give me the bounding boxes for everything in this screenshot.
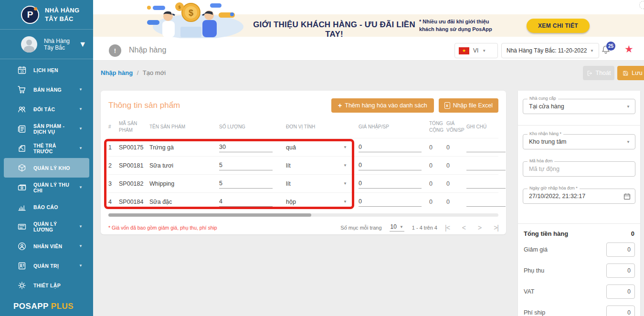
unit-select[interactable]: lít▼ [286,180,347,187]
exit-button[interactable]: Thoát [583,66,614,80]
note-input[interactable] [466,179,506,189]
invoice-code-field[interactable]: Mã hóa đơn Mã tự động [523,161,635,177]
price-input[interactable] [359,197,422,207]
warehouse-select[interactable]: Kho nhận hàng * Kho trung tâm ▼ [523,134,635,149]
breadcrumb-link-nhap-hang[interactable]: Nhập hàng [101,69,133,76]
sidebar-item-bao-cao[interactable]: BÁO CÁO [4,197,89,217]
unit-select[interactable]: lít▼ [286,162,347,169]
horizontal-scrollbar[interactable] [108,213,498,217]
exit-icon [587,70,593,76]
sidebar-item-doi-tac[interactable]: ĐỐI TÁC ▼ [4,99,89,119]
sidebar-item-quan-ly-luong[interactable]: QUẢN LÝ LƯƠNG ▼ [4,217,89,236]
notification-badge: 25 [606,42,615,51]
price-input[interactable] [359,179,422,189]
add-product-label: Thêm hàng hóa vào danh sách [345,102,427,109]
add-product-button[interactable]: + Thêm hàng hóa vào danh sách [331,98,434,113]
quantity-input[interactable] [219,143,273,152]
posapp-logo-icon: P [21,6,39,24]
first-page-button[interactable]: |< [445,224,450,232]
quantity-input[interactable] [219,179,273,189]
datetime-value: 27/10/2022, 21:32:17 [523,189,635,203]
sidebar-item-quan-ly-thu-chi[interactable]: QUẢN LÝ THU CHI ▼ [4,178,89,197]
surcharge-input[interactable] [606,263,635,278]
shipping-fee-input[interactable] [606,305,635,316]
row-index: 1 [108,138,119,157]
sidebar-item-ban-hang[interactable]: BÁN HÀNG ▼ [4,80,89,99]
cart-icon [17,85,27,95]
sidebar-item-quan-tri[interactable]: QUẢN TRỊ ▼ [4,256,89,275]
brand-text: POSAPP [13,302,49,311]
save-button[interactable]: Lưu [617,66,644,80]
discount-input[interactable] [606,242,635,257]
sidebar-item-san-pham-dich-vu[interactable]: SẢN PHẨM - DỊCH VỤ ▼ [4,119,89,138]
next-page-button[interactable]: > [478,224,481,232]
table-row: 1 SP00175 Trứng gà quả▼ 0 0 [108,138,498,157]
chevron-down-icon: ▼ [79,40,86,49]
import-excel-button[interactable]: x Nhập file Excel [439,98,498,113]
alert-circle-icon: ! [109,44,121,57]
price-input[interactable] [359,143,422,152]
notifications-button[interactable]: 25 [601,44,613,57]
sidebar-item-nhan-vien[interactable]: NHÂN VIÊN ▼ [4,236,89,256]
price-input[interactable] [359,161,422,170]
order-total-row: Tổng tiền hàng 0 [524,230,634,237]
table-row: 4 SP00184 Sữa đặc hộp▼ 0 0 [108,193,498,211]
unit-select[interactable]: hộp▼ [286,199,347,205]
note-input[interactable] [466,161,506,170]
chevron-down-icon: ▼ [343,200,347,204]
prev-page-button[interactable]: < [462,224,465,232]
sidebar-item-label: QUẢN LÝ THU CHI [33,182,72,193]
sidebar-item-label: QUẢN TRỊ [33,263,72,269]
chevron-down-icon: ▼ [79,185,83,190]
sidebar-item-quan-ly-kho[interactable]: QUẢN LÝ KHO [4,158,89,178]
note-input[interactable] [466,143,506,152]
banner-note: * Nhiều ưu đãi khi giới thiệu khách hàng… [419,18,503,33]
sidebar-item-lich-hen[interactable]: 15 LỊCH HẸN [4,60,89,80]
plus-icon: + [338,102,342,109]
chevron-down-icon: ▼ [79,224,83,229]
per-page-dropdown[interactable]: 10 ▼ [390,223,404,232]
page-title: Nhập hàng [129,46,166,54]
per-page-value: 10 [391,223,397,230]
support-bubble-icon[interactable] [639,1,644,9]
xem-chi-tiet-button[interactable]: XEM CHI TIẾT [527,19,590,33]
language-dropdown[interactable]: ★ VI ▼ [454,43,498,58]
sidebar-item-the-tra-truoc[interactable]: THẺ TRẢ TRƯỚC ▼ [4,138,89,158]
divider [518,125,640,126]
calendar-icon[interactable] [623,192,631,200]
order-panel: Nhà cung cấp Tại cửa hàng ▼ Kho nhận hàn… [518,91,640,316]
exit-label: Thoát [596,70,611,76]
col-unit: ĐƠN VỊ TÍNH [286,116,359,138]
product-code: SP00182 [119,175,149,193]
banner-note-line2: khách hàng sử dụng PosApp [419,26,503,33]
branch-dropdown[interactable]: Nhà Hàng Tây Bắc: 11-20-2022 ▼ [501,43,599,58]
cashflow-icon [17,183,27,192]
chevron-down-icon: ▼ [590,49,594,53]
quantity-input[interactable] [219,161,273,170]
scrollbar-thumb[interactable] [108,213,311,217]
note-input[interactable] [466,197,506,207]
supplier-select[interactable]: Nhà cung cấp Tại cửa hàng ▼ [523,99,635,114]
unit-value: lít [286,180,291,187]
breadcrumb-row: Nhập hàng / Tạo mới Thoát Lưu [93,61,644,84]
account-dropdown[interactable]: Nhà Hàng Tây Bắc ▼ [0,30,93,59]
promo-banner-zone: $ $ GIỚI THIỆU KHÁCH HÀNG - ƯU ĐÃI LIỀN … [93,0,644,41]
quantity-input[interactable] [219,197,273,207]
sidebar-item-thiet-lap[interactable]: THIẾT LẬP [4,275,89,295]
vat-input[interactable] [606,284,635,299]
unit-select[interactable]: quả▼ [286,144,347,151]
product-name: Trứng gà [149,138,219,157]
last-page-button[interactable]: >| [494,224,498,232]
store-logo-row: P NHÀ HÀNG TÂY BẮC [0,0,93,30]
datetime-field[interactable]: Ngày giờ nhập hóa đơn * 27/10/2022, 21:3… [523,189,635,204]
chevron-down-icon: ▼ [79,263,83,268]
products-icon [17,124,27,134]
vietnam-flag-icon: ★ [459,47,469,54]
content-area: Nhập hàng / Tạo mới Thoát Lưu Thông tin … [93,61,644,316]
card-header: Thông tin sản phẩm + Thêm hàng hóa vào d… [108,97,498,114]
logo-letter: P [27,10,33,20]
favorite-star-icon[interactable]: ★ [624,43,633,55]
sidebar-menu: 15 LỊCH HẸN BÁN HÀNG ▼ ĐỐI TÁC ▼ [0,59,93,295]
unit-value: quả [286,144,296,151]
row-index: 3 [108,175,119,193]
